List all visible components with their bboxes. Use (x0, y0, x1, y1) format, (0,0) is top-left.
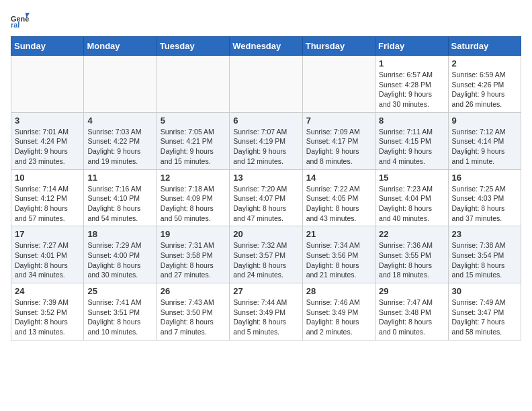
calendar-cell: 5Sunrise: 7:05 AM Sunset: 4:21 PM Daylig… (157, 112, 229, 169)
day-number: 25 (87, 286, 152, 296)
day-number: 30 (452, 286, 517, 296)
day-number: 12 (161, 173, 226, 183)
calendar-cell: 29Sunrise: 7:47 AM Sunset: 3:48 PM Dayli… (375, 283, 448, 340)
day-info: Sunrise: 7:12 AM Sunset: 4:14 PM Dayligh… (452, 127, 517, 167)
day-number: 21 (306, 229, 371, 239)
calendar-cell: 17Sunrise: 7:27 AM Sunset: 4:01 PM Dayli… (11, 226, 84, 283)
day-info: Sunrise: 6:57 AM Sunset: 4:28 PM Dayligh… (379, 70, 444, 109)
day-info: Sunrise: 6:59 AM Sunset: 4:26 PM Dayligh… (452, 70, 517, 109)
day-number: 27 (233, 286, 298, 296)
page-header: Gene ral (11, 11, 521, 30)
calendar-cell: 8Sunrise: 7:11 AM Sunset: 4:15 PM Daylig… (375, 112, 448, 169)
calendar-week-row: 24Sunrise: 7:39 AM Sunset: 3:52 PM Dayli… (11, 283, 521, 340)
weekday-header-row: SundayMondayTuesdayWednesdayThursdayFrid… (11, 37, 521, 56)
day-number: 5 (161, 116, 226, 126)
day-info: Sunrise: 7:32 AM Sunset: 3:57 PM Dayligh… (233, 240, 298, 280)
day-info: Sunrise: 7:31 AM Sunset: 3:58 PM Dayligh… (161, 240, 226, 280)
calendar-cell: 19Sunrise: 7:31 AM Sunset: 3:58 PM Dayli… (157, 226, 229, 283)
calendar-cell: 10Sunrise: 7:14 AM Sunset: 4:12 PM Dayli… (11, 169, 84, 226)
day-number: 6 (233, 116, 298, 126)
day-number: 1 (379, 58, 444, 68)
calendar-week-row: 1Sunrise: 6:57 AM Sunset: 4:28 PM Daylig… (11, 56, 521, 113)
day-number: 17 (15, 229, 80, 239)
day-info: Sunrise: 7:36 AM Sunset: 3:55 PM Dayligh… (379, 240, 444, 280)
day-number: 28 (306, 286, 371, 296)
day-info: Sunrise: 7:03 AM Sunset: 4:22 PM Dayligh… (87, 127, 152, 167)
calendar-cell: 1Sunrise: 6:57 AM Sunset: 4:28 PM Daylig… (375, 56, 448, 113)
day-number: 15 (379, 173, 444, 183)
day-number: 20 (233, 229, 298, 239)
day-number: 3 (15, 116, 80, 126)
day-info: Sunrise: 7:49 AM Sunset: 3:47 PM Dayligh… (452, 298, 517, 337)
calendar-cell: 28Sunrise: 7:46 AM Sunset: 3:49 PM Dayli… (302, 283, 375, 340)
day-number: 4 (87, 116, 152, 126)
day-number: 2 (452, 58, 517, 68)
day-number: 23 (452, 229, 517, 239)
calendar-cell: 23Sunrise: 7:38 AM Sunset: 3:54 PM Dayli… (448, 226, 521, 283)
weekday-saturday: Saturday (448, 37, 521, 56)
day-number: 14 (306, 173, 371, 183)
calendar-body: 1Sunrise: 6:57 AM Sunset: 4:28 PM Daylig… (11, 56, 521, 340)
calendar-week-row: 17Sunrise: 7:27 AM Sunset: 4:01 PM Dayli… (11, 226, 521, 283)
calendar-cell: 15Sunrise: 7:23 AM Sunset: 4:04 PM Dayli… (375, 169, 448, 226)
weekday-thursday: Thursday (302, 37, 375, 56)
calendar-cell: 20Sunrise: 7:32 AM Sunset: 3:57 PM Dayli… (230, 226, 302, 283)
calendar-cell (84, 56, 157, 113)
day-number: 13 (233, 173, 298, 183)
day-info: Sunrise: 7:46 AM Sunset: 3:49 PM Dayligh… (306, 298, 371, 337)
day-number: 22 (379, 229, 444, 239)
day-info: Sunrise: 7:41 AM Sunset: 3:51 PM Dayligh… (87, 298, 152, 337)
day-info: Sunrise: 7:25 AM Sunset: 4:03 PM Dayligh… (452, 184, 517, 224)
calendar-cell: 18Sunrise: 7:29 AM Sunset: 4:00 PM Dayli… (84, 226, 157, 283)
day-info: Sunrise: 7:11 AM Sunset: 4:15 PM Dayligh… (379, 127, 444, 167)
calendar-cell: 3Sunrise: 7:01 AM Sunset: 4:24 PM Daylig… (11, 112, 84, 169)
logo-icon: Gene ral (11, 11, 30, 30)
calendar-cell: 12Sunrise: 7:18 AM Sunset: 4:09 PM Dayli… (157, 169, 229, 226)
day-info: Sunrise: 7:43 AM Sunset: 3:50 PM Dayligh… (161, 298, 226, 337)
svg-text:ral: ral (11, 21, 19, 29)
day-number: 8 (379, 116, 444, 126)
day-info: Sunrise: 7:23 AM Sunset: 4:04 PM Dayligh… (379, 184, 444, 224)
calendar-cell (230, 56, 302, 113)
day-info: Sunrise: 7:29 AM Sunset: 4:00 PM Dayligh… (87, 240, 152, 280)
day-info: Sunrise: 7:38 AM Sunset: 3:54 PM Dayligh… (452, 240, 517, 280)
day-info: Sunrise: 7:09 AM Sunset: 4:17 PM Dayligh… (306, 127, 371, 167)
day-number: 16 (452, 173, 517, 183)
calendar-cell: 2Sunrise: 6:59 AM Sunset: 4:26 PM Daylig… (448, 56, 521, 113)
day-info: Sunrise: 7:39 AM Sunset: 3:52 PM Dayligh… (15, 298, 80, 337)
day-number: 11 (87, 173, 152, 183)
calendar-cell: 26Sunrise: 7:43 AM Sunset: 3:50 PM Dayli… (157, 283, 229, 340)
calendar-cell: 25Sunrise: 7:41 AM Sunset: 3:51 PM Dayli… (84, 283, 157, 340)
calendar-cell (157, 56, 229, 113)
calendar-cell: 7Sunrise: 7:09 AM Sunset: 4:17 PM Daylig… (302, 112, 375, 169)
day-info: Sunrise: 7:34 AM Sunset: 3:56 PM Dayligh… (306, 240, 371, 280)
calendar-cell: 21Sunrise: 7:34 AM Sunset: 3:56 PM Dayli… (302, 226, 375, 283)
day-info: Sunrise: 7:14 AM Sunset: 4:12 PM Dayligh… (15, 184, 80, 224)
calendar-cell: 11Sunrise: 7:16 AM Sunset: 4:10 PM Dayli… (84, 169, 157, 226)
calendar-cell: 22Sunrise: 7:36 AM Sunset: 3:55 PM Dayli… (375, 226, 448, 283)
calendar-cell: 30Sunrise: 7:49 AM Sunset: 3:47 PM Dayli… (448, 283, 521, 340)
day-info: Sunrise: 7:07 AM Sunset: 4:19 PM Dayligh… (233, 127, 298, 167)
calendar-table: SundayMondayTuesdayWednesdayThursdayFrid… (11, 36, 521, 340)
day-number: 26 (161, 286, 226, 296)
day-info: Sunrise: 7:20 AM Sunset: 4:07 PM Dayligh… (233, 184, 298, 224)
day-number: 9 (452, 116, 517, 126)
day-number: 19 (161, 229, 226, 239)
day-number: 10 (15, 173, 80, 183)
calendar-cell: 14Sunrise: 7:22 AM Sunset: 4:05 PM Dayli… (302, 169, 375, 226)
day-number: 7 (306, 116, 371, 126)
day-info: Sunrise: 7:05 AM Sunset: 4:21 PM Dayligh… (161, 127, 226, 167)
day-info: Sunrise: 7:47 AM Sunset: 3:48 PM Dayligh… (379, 298, 444, 337)
calendar-week-row: 10Sunrise: 7:14 AM Sunset: 4:12 PM Dayli… (11, 169, 521, 226)
calendar-cell: 16Sunrise: 7:25 AM Sunset: 4:03 PM Dayli… (448, 169, 521, 226)
calendar-cell: 9Sunrise: 7:12 AM Sunset: 4:14 PM Daylig… (448, 112, 521, 169)
calendar-cell: 13Sunrise: 7:20 AM Sunset: 4:07 PM Dayli… (230, 169, 302, 226)
calendar-cell: 6Sunrise: 7:07 AM Sunset: 4:19 PM Daylig… (230, 112, 302, 169)
day-number: 24 (15, 286, 80, 296)
day-info: Sunrise: 7:18 AM Sunset: 4:09 PM Dayligh… (161, 184, 226, 224)
day-number: 18 (87, 229, 152, 239)
calendar-week-row: 3Sunrise: 7:01 AM Sunset: 4:24 PM Daylig… (11, 112, 521, 169)
day-info: Sunrise: 7:27 AM Sunset: 4:01 PM Dayligh… (15, 240, 80, 280)
weekday-wednesday: Wednesday (230, 37, 302, 56)
day-number: 29 (379, 286, 444, 296)
